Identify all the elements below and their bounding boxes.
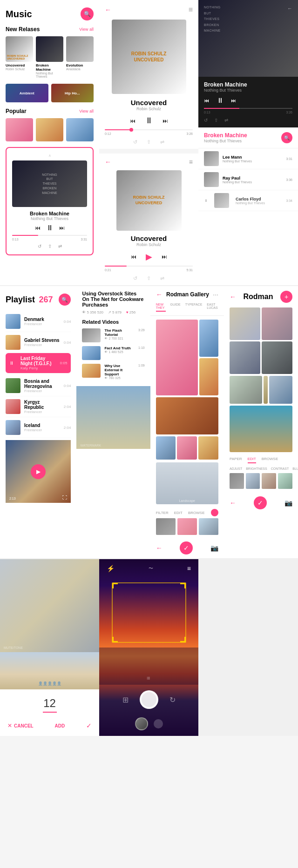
share-button[interactable]: ⇧ (48, 244, 52, 249)
gallery-tab-eastlucas[interactable]: EAST LUCAS (207, 303, 218, 312)
rodman-photo-6[interactable] (264, 376, 268, 404)
gallery-photo-wide[interactable] (156, 397, 218, 434)
gallery-thumb-2[interactable] (177, 518, 197, 535)
queue-item-carlos[interactable]: ⏸ Carlos Floyd Nothing But Thieves 3:34 (198, 190, 298, 211)
dark-progress[interactable] (204, 108, 292, 109)
rodman-photo-2[interactable] (262, 307, 292, 340)
progress-bar[interactable] (12, 235, 87, 236)
gallery-photo-1[interactable] (199, 320, 218, 357)
add-label[interactable]: ADD (55, 723, 65, 728)
filter-label-2[interactable]: EDIT (174, 511, 183, 515)
playlist-item-bosnia[interactable]: Bosnia and Herzegovina Freelancer 0:04 (6, 375, 71, 396)
flash-icon[interactable]: ⚡ (107, 565, 115, 572)
shutter-button[interactable] (140, 690, 158, 709)
rodman-photo-5[interactable] (230, 376, 262, 404)
playlist-item-kyrgyz[interactable]: Kyrgyz Republic Freelancer 2:04 (6, 396, 71, 417)
rodman-filter-adjust[interactable]: ADJUST (230, 467, 242, 470)
player1-progress[interactable] (105, 129, 193, 130)
popular-item-3[interactable] (66, 118, 94, 141)
repeat2-btn[interactable]: ↺ (133, 139, 137, 145)
gallery-small-2[interactable] (177, 436, 197, 460)
player2-progress[interactable] (105, 266, 193, 267)
check-action[interactable]: ✓ (86, 722, 92, 729)
gallery-small-1[interactable] (156, 436, 176, 460)
gallery-tab-newthey[interactable]: NEW THEY (156, 303, 166, 312)
playlist-item-lastfriday[interactable]: ⏸ Last Friday Night (T.G.I.F.) Katy Perr… (6, 353, 71, 374)
player1-pause[interactable]: ⏸ (145, 116, 153, 126)
fullscreen-icon[interactable]: ⛶ (62, 495, 67, 500)
album-evolution[interactable]: Evolution Anastacia (66, 36, 94, 78)
popular-item-1[interactable] (6, 118, 33, 141)
popular-view-all[interactable]: View all (79, 109, 94, 114)
player1-next[interactable]: ⏭ (163, 118, 168, 124)
rodman-add-btn[interactable]: + (280, 291, 292, 303)
rodman-action-back[interactable]: ← (230, 499, 236, 507)
playlist-item-gabriel[interactable]: Gabriel Stevens Freelancer 0:04 (6, 332, 71, 353)
search-button[interactable]: 🔍 (81, 7, 94, 20)
rodman-filter-contrast[interactable]: CONTRAST (271, 467, 289, 470)
gallery-thumb-3[interactable] (199, 518, 218, 535)
camera-gallery-icon[interactable]: ⊞ (122, 695, 129, 704)
queue-search-btn[interactable]: 🔍 (281, 132, 292, 143)
menu-icon[interactable]: ≡ (189, 6, 193, 14)
rodman-back[interactable]: ← (230, 293, 236, 300)
queue-item-ray[interactable]: Ray Paul Nothing But Thieves 3:36 (198, 169, 298, 190)
rodman-thumb-4[interactable] (278, 473, 292, 489)
shuffle2-btn[interactable]: ⇌ (160, 139, 164, 145)
gallery-filter-btn[interactable] (211, 509, 218, 516)
pause-button[interactable]: ⏸ (46, 224, 54, 232)
playlist-item-iceland[interactable]: Iceland Freelancer 2:04 (6, 417, 71, 438)
rodman-tab-browse[interactable]: BROWSE (262, 457, 278, 463)
rodman-thumb-2[interactable] (246, 473, 260, 489)
queue-item-lee[interactable]: Lee Mann Nothing But Thieves 3:31 (198, 148, 298, 169)
dark-prev[interactable]: ⏮ (204, 98, 209, 103)
gallery-photo-tall[interactable] (156, 320, 198, 395)
shuffle3-btn[interactable]: ⇌ (160, 275, 164, 281)
player1-prev[interactable]: ⏮ (130, 118, 135, 124)
genre-hiphop[interactable]: Hip Ho... (51, 84, 94, 102)
share3-btn[interactable]: ⇧ (147, 275, 151, 281)
player2-back[interactable]: ← (105, 158, 111, 166)
rodman-photo-7[interactable] (269, 376, 292, 404)
share2-btn[interactable]: ⇧ (147, 139, 151, 145)
rodman-thumb-1[interactable] (230, 473, 244, 489)
gallery-back[interactable]: ← (156, 291, 163, 298)
dark-share[interactable]: ⇧ (214, 118, 218, 123)
gallery-photo-2[interactable] (199, 358, 218, 395)
rodman-action-camera[interactable]: 📷 (284, 499, 292, 507)
player2-play[interactable]: ▶ (146, 252, 152, 262)
gallery-tab-guide[interactable]: GUIDE (170, 303, 181, 312)
related-item-2[interactable]: Fact And Truth 👁 1 480 525 1:10 (82, 346, 144, 360)
gallery-more[interactable]: ··· (213, 291, 218, 298)
camera-menu-icon[interactable]: ≡ (187, 565, 191, 572)
gallery-tab-typeface[interactable]: TYPEFACE (185, 303, 203, 312)
gallery-action-camera[interactable]: 📷 (210, 544, 218, 552)
dark-next[interactable]: ⏭ (231, 98, 236, 103)
dark-back[interactable]: ← (287, 6, 292, 11)
repeat-button[interactable]: ↺ (38, 244, 41, 249)
player2-next[interactable]: ⏭ (162, 254, 167, 260)
rodman-filter-brightness[interactable]: BRIGHTNESS (246, 467, 267, 470)
rodman-photo-1[interactable] (230, 307, 260, 340)
related-item-1[interactable]: The Flash Tutorial 👁 2 700 321 3:29 (82, 328, 144, 342)
video-play-btn[interactable]: ▶ (31, 464, 46, 479)
rodman-photo-3[interactable] (230, 341, 260, 374)
player2-prev[interactable]: ⏮ (131, 254, 136, 260)
back-arrow[interactable]: ← (105, 6, 111, 13)
dark-repeat[interactable]: ↺ (204, 118, 208, 123)
filter-label-3[interactable]: BROWSE (188, 511, 205, 515)
playlist-item-denmark[interactable]: Denmark Freelancer 0:04 (6, 311, 71, 332)
popular-item-2[interactable] (36, 118, 63, 141)
rodman-filter-blur[interactable]: BLUR (292, 467, 298, 470)
prev-button[interactable]: ⏮ (35, 225, 41, 231)
rodman-photo-4[interactable] (262, 341, 292, 374)
album-uncovered[interactable]: ROBIN SCHULZUNCOVERED Uncovered Robin Sc… (6, 36, 33, 78)
next-button[interactable]: ⏭ (59, 225, 65, 231)
filter-label-1[interactable]: FILTER (156, 511, 169, 515)
cancel-action[interactable]: ✕ CANCEL (7, 722, 34, 729)
related-item-3[interactable]: Why Use External It Support 👁 780 325 1:… (82, 364, 144, 380)
rodman-tab-paper[interactable]: PAPER (230, 457, 242, 463)
rodman-tab-edit[interactable]: EDIT (248, 457, 256, 463)
gallery-small-3[interactable] (198, 436, 218, 460)
repeat3-btn[interactable]: ↺ (133, 275, 137, 281)
